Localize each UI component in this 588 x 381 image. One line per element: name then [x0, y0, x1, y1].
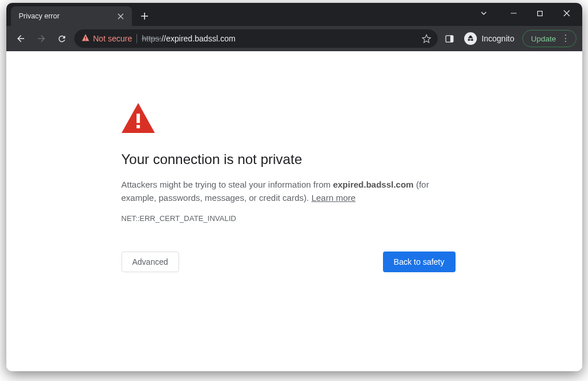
advanced-button[interactable]: Advanced — [122, 252, 179, 272]
close-window-button[interactable] — [553, 4, 580, 22]
learn-more-link[interactable]: Learn more — [312, 193, 356, 203]
tab-title: Privacy error — [19, 12, 60, 20]
close-tab-icon[interactable] — [116, 11, 126, 21]
back-button[interactable] — [12, 30, 29, 47]
svg-rect-5 — [136, 113, 140, 123]
svg-rect-6 — [136, 125, 140, 128]
svg-rect-0 — [538, 11, 543, 16]
not-secure-label: Not secure — [93, 34, 132, 43]
titlebar: Privacy error — [6, 3, 582, 26]
incognito-icon — [464, 32, 477, 45]
url-rest: //expired.badssl.com — [161, 34, 235, 43]
back-to-safety-button[interactable]: Back to safety — [383, 252, 456, 272]
svg-rect-2 — [85, 40, 85, 40]
bookmark-star-icon[interactable] — [418, 31, 434, 47]
toolbar: Not secure https://expired.badssl.com In… — [6, 26, 582, 51]
forward-button[interactable] — [33, 30, 50, 47]
ssl-error-interstitial: Your connection is not private Attackers… — [122, 103, 456, 272]
chevron-down-icon[interactable] — [471, 4, 497, 22]
error-code: NET::ERR_CERT_DATE_INVALID — [122, 214, 456, 223]
kebab-menu-icon[interactable]: ⋮ — [561, 34, 570, 43]
warning-triangle-icon — [122, 103, 456, 135]
reload-button[interactable] — [54, 30, 71, 47]
error-heading: Your connection is not private — [122, 151, 456, 167]
svg-rect-4 — [450, 35, 453, 41]
url-text: https://expired.badssl.com — [142, 34, 414, 43]
incognito-indicator[interactable]: Incognito — [464, 32, 514, 45]
address-bar[interactable]: Not secure https://expired.badssl.com — [74, 29, 438, 48]
error-body: Attackers might be trying to steal your … — [122, 178, 456, 205]
maximize-button[interactable] — [527, 4, 553, 22]
incognito-label: Incognito — [481, 34, 514, 43]
url-scheme-struck: https: — [142, 34, 161, 43]
omnibox-divider — [136, 34, 137, 43]
security-indicator[interactable]: Not secure — [81, 33, 132, 44]
browser-tab[interactable]: Privacy error — [11, 6, 132, 26]
page-content: Your connection is not private Attackers… — [6, 51, 582, 371]
warning-triangle-icon — [81, 33, 90, 44]
update-label: Update — [531, 35, 556, 43]
update-button[interactable]: Update ⋮ — [522, 30, 576, 47]
svg-rect-1 — [85, 37, 85, 39]
window-controls — [471, 3, 580, 24]
new-tab-button[interactable] — [136, 8, 153, 24]
minimize-button[interactable] — [500, 4, 527, 22]
error-domain: expired.badssl.com — [333, 180, 414, 189]
button-row: Advanced Back to safety — [122, 252, 456, 272]
browser-window: Privacy error — [6, 3, 582, 371]
side-panel-icon[interactable] — [441, 31, 457, 47]
